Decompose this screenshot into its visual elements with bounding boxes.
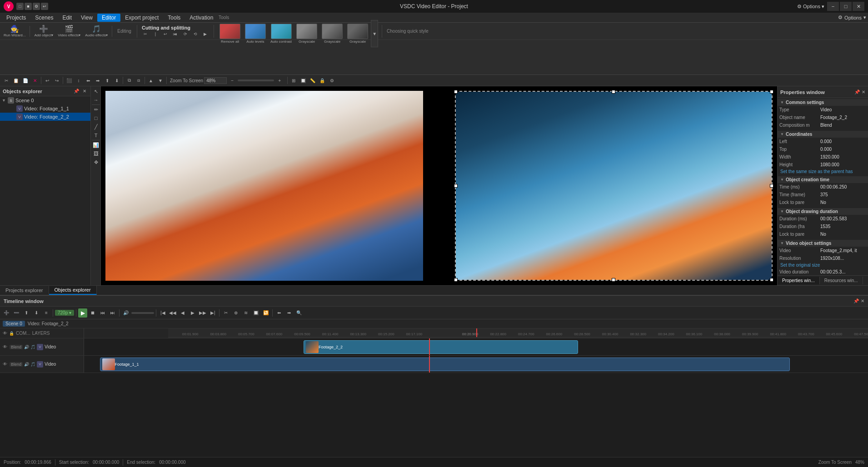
props-height-value[interactable]: 1080.000 — [820, 162, 866, 167]
titlebar-icon-4[interactable]: ↩ — [41, 3, 48, 10]
close-button[interactable]: ✕ — [853, 2, 864, 11]
tc-zoom-in[interactable]: 🔍 — [294, 308, 304, 318]
menu-scenes[interactable]: Scenes — [30, 14, 58, 22]
tc-ripple-button[interactable]: ≋ — [241, 308, 250, 318]
qs-grayscale-3[interactable]: Grayscale — [345, 23, 370, 45]
bottom-tab-objects[interactable]: Objects explorer — [49, 286, 97, 295]
tc-add-track[interactable]: ➕ — [2, 308, 11, 318]
props-coordinates-header[interactable]: ▼ Coordinates — [778, 131, 868, 138]
props-left-value[interactable]: 0.000 — [820, 139, 866, 144]
zoom-minus-button[interactable]: − — [228, 76, 237, 85]
tc-playback-button[interactable]: ▶ — [188, 308, 197, 318]
props-vos-header[interactable]: ▼ Video object settings — [778, 240, 868, 247]
clip-footage2[interactable]: Footage_2_2 — [304, 340, 578, 354]
qs-grayscale-1[interactable]: Grayscale — [294, 23, 319, 45]
tool-chart[interactable]: 📊 — [92, 141, 100, 149]
minimize-button[interactable]: − — [827, 2, 839, 11]
tc-move-down[interactable]: ⬇ — [32, 308, 41, 318]
tool-line[interactable]: ╱ — [92, 123, 100, 131]
et-grid-button[interactable]: ⊞ — [289, 76, 298, 85]
tree-item-scene0[interactable]: ▼ S Scene 0 — [0, 96, 90, 104]
zoom-plus-button[interactable]: + — [275, 76, 284, 85]
tc-next-button[interactable]: ⏭ — [108, 308, 117, 318]
tc-align-left[interactable]: ⬅ — [274, 308, 284, 318]
tc-snap-button[interactable]: 🔲 — [251, 308, 260, 318]
cut-btn-5[interactable]: ⟳ — [181, 30, 190, 38]
sel-handle-bl[interactable] — [454, 278, 458, 282]
sel-handle-bm[interactable] — [612, 278, 615, 282]
tool-pointer[interactable]: ↖ — [92, 87, 100, 95]
audio-effects-button[interactable]: 🎵 Audio effects▾ — [83, 25, 110, 38]
qs-auto-contrast[interactable]: Auto contrast — [269, 23, 294, 45]
et-lock-button[interactable]: 🔒 — [318, 76, 327, 85]
et-group-button[interactable]: ⧉ — [125, 76, 134, 85]
run-wizard-button[interactable]: 🧙 Run Wizard... — [2, 25, 27, 38]
et-align-right-button[interactable]: ➡ — [93, 76, 102, 85]
props-common-settings-header[interactable]: ▼ Common settings — [778, 99, 868, 106]
qs-auto-levels[interactable]: Auto levels — [243, 23, 268, 45]
tc-layers[interactable]: ≡ — [42, 308, 51, 318]
tc-audio-button[interactable]: 🔊 — [121, 308, 130, 318]
et-front-button[interactable]: ▲ — [146, 76, 155, 85]
sel-handle-br[interactable] — [770, 278, 773, 282]
blend-badge-footage1[interactable]: Blend — [10, 362, 23, 367]
et-paste-button[interactable]: 📄 — [21, 76, 30, 85]
tc-stop-button[interactable]: ⏹ — [88, 308, 97, 318]
options-button[interactable]: ⚙ Options ▾ — [797, 4, 824, 10]
menu-edit[interactable]: Edit — [58, 14, 76, 22]
props-time-ms-value[interactable]: 00:00:06.250 — [820, 184, 866, 189]
menu-export[interactable]: Export project — [120, 14, 163, 22]
play-button[interactable]: ▶ — [78, 308, 87, 318]
cut-btn-7[interactable]: ▶ — [201, 30, 210, 38]
sel-handle-tl[interactable] — [454, 90, 458, 94]
tool-pen[interactable]: ✏ — [92, 105, 100, 114]
props-time-frame-value[interactable]: 375 — [820, 192, 866, 197]
props-top-value[interactable]: 0.000 — [820, 147, 866, 152]
et-back-button[interactable]: ▼ — [156, 76, 165, 85]
cut-btn-1[interactable]: ✂ — [141, 30, 150, 38]
sel-handle-ml[interactable] — [454, 184, 458, 188]
et-align-top-button[interactable]: ⬆ — [103, 76, 112, 85]
bottom-tab-projects[interactable]: Projects explorer — [0, 286, 49, 294]
menu-editor[interactable]: Editor — [97, 14, 120, 22]
et-snap-button[interactable]: 🔲 — [299, 76, 308, 85]
track-content-footage1[interactable]: Footage_1_1 — [84, 356, 868, 373]
objects-explorer-pin-button[interactable]: 📌 — [73, 88, 80, 94]
props-tab-resources[interactable]: Resources win... — [820, 277, 863, 284]
props-lock-pare-1-value[interactable]: No — [820, 200, 866, 205]
props-video-file-value[interactable]: Footage_2.mp4, it — [820, 248, 866, 253]
maximize-button[interactable]: □ — [840, 2, 852, 11]
et-settings-button[interactable]: ⚙ — [327, 76, 336, 85]
track-eye-footage1[interactable]: 👁 — [2, 361, 8, 368]
et-redo-button[interactable]: ↪ — [52, 76, 61, 85]
add-object-button[interactable]: ➕ Add object▾ — [32, 25, 55, 38]
tc-begin-button[interactable]: |◀ — [158, 308, 167, 318]
titlebar-icon-1[interactable]: □ — [16, 3, 24, 10]
et-align-left-button[interactable]: ⬅ — [84, 76, 93, 85]
menu-tools[interactable]: Tools — [163, 14, 185, 22]
options-menu-button[interactable]: ⚙Options▾ — [838, 15, 866, 20]
et-select-all-button[interactable]: ⬛ — [65, 76, 74, 85]
tree-item-footage2[interactable]: V Video: Footage_2_2 — [0, 113, 90, 121]
tl-scene-badge[interactable]: Scene 0 — [3, 321, 25, 327]
props-object-name-value[interactable]: Footage_2_2 — [820, 115, 866, 120]
tc-next-1-button[interactable]: ▶▶ — [198, 308, 207, 318]
props-drawing-duration-header[interactable]: ▼ Object drawing duration — [778, 208, 868, 215]
props-duration-frame-value[interactable]: 1535 — [820, 224, 866, 229]
tc-loop-button[interactable]: 🔁 — [261, 308, 270, 318]
et-ungroup-button[interactable]: ⧈ — [134, 76, 143, 85]
props-duration-ms-value[interactable]: 00:00:25.583 — [820, 216, 866, 221]
resolution-badge[interactable]: 720p ▾ — [55, 310, 74, 316]
track-content-footage2[interactable]: Footage_2_2 — [84, 338, 868, 355]
menu-view[interactable]: View — [76, 14, 97, 22]
titlebar-icon-2[interactable]: ■ — [25, 3, 32, 10]
sel-handle-tr[interactable] — [770, 90, 773, 94]
props-close-button[interactable]: ✕ — [862, 89, 865, 94]
timeline-close-button[interactable]: ✕ — [861, 298, 864, 303]
cut-btn-3[interactable]: ↩ — [161, 30, 170, 38]
et-cut-button[interactable]: ✂ — [2, 76, 11, 85]
sel-handle-mr[interactable] — [770, 184, 773, 188]
tc-prev-frame-button[interactable]: ◀◀ — [168, 308, 177, 318]
sel-handle-tm[interactable] — [612, 90, 615, 94]
zoom-slider[interactable] — [238, 79, 274, 81]
